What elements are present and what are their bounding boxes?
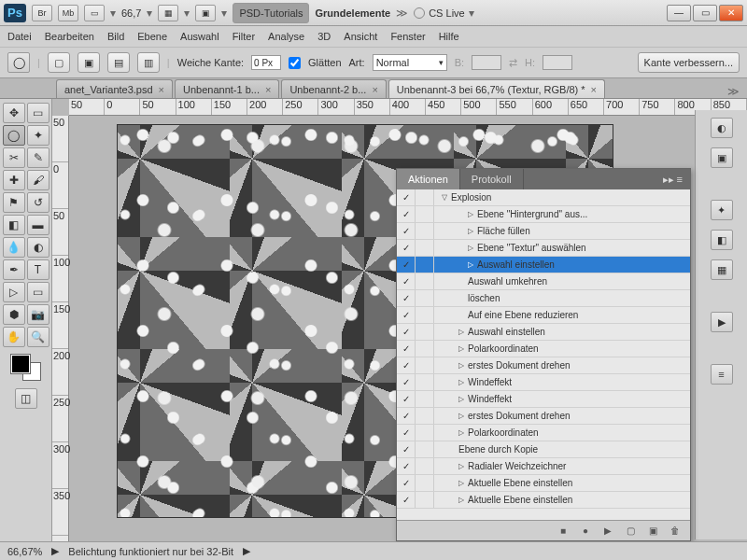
crop-tool[interactable]: ✂: [3, 147, 25, 168]
menu-hilfe[interactable]: Hilfe: [439, 31, 459, 42]
zoom-level[interactable]: 66,7: [121, 7, 141, 19]
new-set-icon[interactable]: ▢: [623, 525, 638, 538]
3d-tool[interactable]: ⬢: [3, 304, 25, 325]
selection-mode-new[interactable]: ▢: [48, 52, 70, 73]
document-tab[interactable]: Unbenannt-3 bei 66,7% (Textur, RGB/8) *×: [388, 79, 605, 98]
menu-ansicht[interactable]: Ansicht: [344, 31, 377, 42]
healing-tool[interactable]: ✚: [3, 170, 25, 190]
style-select[interactable]: Normal: [373, 54, 447, 71]
action-item[interactable]: ✓Ebene durch Kopie: [397, 441, 690, 458]
action-item[interactable]: ✓▷ Auswahl einstellen: [397, 257, 690, 273]
document-tab[interactable]: Unbenannt-1 b...×: [175, 79, 279, 98]
workspace-label[interactable]: Grundelemente: [315, 7, 390, 19]
action-item[interactable]: ✓▷ Radialer Weichzeichner: [397, 458, 690, 475]
window-close[interactable]: ✕: [719, 5, 743, 21]
document-tab[interactable]: anet_Variante3.psd×: [56, 79, 173, 98]
cs-live-button[interactable]: CS Live▾: [414, 7, 474, 20]
bridge-button[interactable]: Br: [32, 5, 52, 21]
close-icon[interactable]: ×: [372, 84, 377, 95]
panel-menu-icon[interactable]: ▸▸ ≡: [655, 169, 690, 189]
color-swatches[interactable]: [11, 355, 41, 381]
menu-3d[interactable]: 3D: [317, 31, 331, 42]
gradient-tool[interactable]: ▬: [27, 215, 49, 235]
new-action-icon[interactable]: ▣: [645, 525, 660, 538]
arrange-button[interactable]: ▦: [158, 5, 178, 21]
action-item[interactable]: ✓Auf eine Ebene reduzieren: [397, 307, 690, 324]
action-item[interactable]: ✓▷ Ebene "Hintergrund" aus...: [397, 206, 690, 223]
action-item[interactable]: ✓▷ Fläche füllen: [397, 223, 690, 240]
brush-tool[interactable]: 🖌: [27, 170, 49, 190]
action-item[interactable]: ✓▷ Aktuelle Ebene einstellen: [397, 475, 690, 492]
screen-mode-button[interactable]: ▣: [195, 5, 216, 21]
layers-icon[interactable]: ≡: [711, 364, 733, 385]
close-icon[interactable]: ×: [591, 84, 597, 95]
delete-icon[interactable]: 🗑: [668, 525, 683, 538]
play-icon[interactable]: ▶: [711, 312, 733, 332]
stop-icon[interactable]: ■: [556, 525, 571, 538]
action-item[interactable]: ✓löschen: [397, 290, 690, 307]
camera-tool[interactable]: 📷: [27, 304, 49, 325]
current-tool-icon[interactable]: ◯: [7, 52, 30, 73]
close-icon[interactable]: ×: [159, 84, 164, 95]
history-brush-tool[interactable]: ↺: [27, 192, 49, 213]
record-icon[interactable]: ●: [578, 525, 593, 538]
workspace-psd-tutorials[interactable]: PSD-Tutorials: [233, 3, 309, 23]
action-item[interactable]: ✓Auswahl umkehren: [397, 273, 690, 290]
menu-analyse[interactable]: Analyse: [268, 31, 304, 42]
blur-tool[interactable]: 💧: [3, 237, 25, 258]
action-item[interactable]: ✓▷ Aktuelle Ebene einstellen: [397, 492, 690, 509]
tab-protokoll[interactable]: Protokoll: [460, 169, 524, 189]
antialias-checkbox[interactable]: [289, 57, 301, 69]
window-minimize[interactable]: —: [667, 5, 691, 21]
move-tool[interactable]: ✥: [3, 103, 25, 123]
type-tool[interactable]: T: [27, 259, 49, 280]
hand-tool[interactable]: ✋: [3, 327, 25, 347]
marquee-tool[interactable]: ▭: [27, 103, 49, 123]
action-item[interactable]: ✓▷ Auswahl einstellen: [397, 324, 690, 341]
pen-tool[interactable]: ✒: [3, 259, 25, 280]
action-set-header[interactable]: ✓▽ Explosion: [397, 189, 690, 206]
play-action-icon[interactable]: ▶: [600, 525, 615, 538]
refine-edge-button[interactable]: Kante verbessern...: [638, 52, 740, 73]
action-item[interactable]: ✓▷ Polarkoordinaten: [397, 425, 690, 441]
selection-mode-sub[interactable]: ▤: [107, 52, 130, 73]
zoom-tool[interactable]: 🔍: [27, 327, 49, 347]
chevron-icon[interactable]: ≫: [396, 7, 408, 20]
menu-auswahl[interactable]: Auswahl: [180, 31, 219, 42]
selection-mode-intersect[interactable]: ▥: [137, 52, 160, 73]
feather-input[interactable]: [251, 55, 281, 70]
status-zoom[interactable]: 66,67%: [7, 546, 42, 557]
stamp-tool[interactable]: ⚑: [3, 192, 25, 213]
tab-aktionen[interactable]: Aktionen: [397, 169, 460, 189]
quickmask-button[interactable]: ◫: [15, 388, 37, 409]
shape-tool[interactable]: ▭: [27, 282, 49, 302]
eyedropper-tool[interactable]: ✎: [27, 147, 49, 168]
menu-bearbeiten[interactable]: Bearbeiten: [45, 31, 94, 42]
menu-bild[interactable]: Bild: [107, 31, 124, 42]
lasso-tool[interactable]: ◯: [3, 125, 25, 146]
action-item[interactable]: ✓▷ Polarkoordinaten: [397, 341, 690, 357]
action-item[interactable]: ✓▷ Windeffekt: [397, 391, 690, 408]
menu-ebene[interactable]: Ebene: [137, 31, 167, 42]
close-icon[interactable]: ×: [265, 84, 271, 95]
action-item[interactable]: ✓▷ Ebene "Textur" auswählen: [397, 240, 690, 257]
mask-icon[interactable]: ▣: [711, 147, 733, 168]
dodge-tool[interactable]: ◐: [27, 237, 49, 258]
menu-filter[interactable]: Filter: [233, 31, 255, 42]
swatches-icon[interactable]: ▦: [711, 259, 733, 280]
wand-tool[interactable]: ✦: [27, 125, 49, 146]
path-tool[interactable]: ▷: [3, 282, 25, 302]
selection-mode-add[interactable]: ▣: [78, 52, 100, 73]
action-item[interactable]: ✓▷ erstes Dokument drehen: [397, 408, 690, 425]
menu-fenster[interactable]: Fenster: [390, 31, 425, 42]
action-item[interactable]: ✓▷ Windeffekt: [397, 374, 690, 391]
styles-icon[interactable]: ✦: [711, 200, 733, 220]
eraser-tool[interactable]: ◧: [3, 215, 25, 235]
adjustments-icon[interactable]: ◐: [711, 118, 733, 138]
menu-datei[interactable]: Datei: [7, 31, 32, 42]
action-item[interactable]: ✓▷ erstes Dokument drehen: [397, 357, 690, 374]
window-maximize[interactable]: ▭: [693, 5, 717, 21]
tab-overflow-icon[interactable]: ≫: [720, 85, 747, 98]
document-tab[interactable]: Unbenannt-2 b...×: [281, 79, 386, 98]
color-icon[interactable]: ◧: [711, 230, 733, 250]
